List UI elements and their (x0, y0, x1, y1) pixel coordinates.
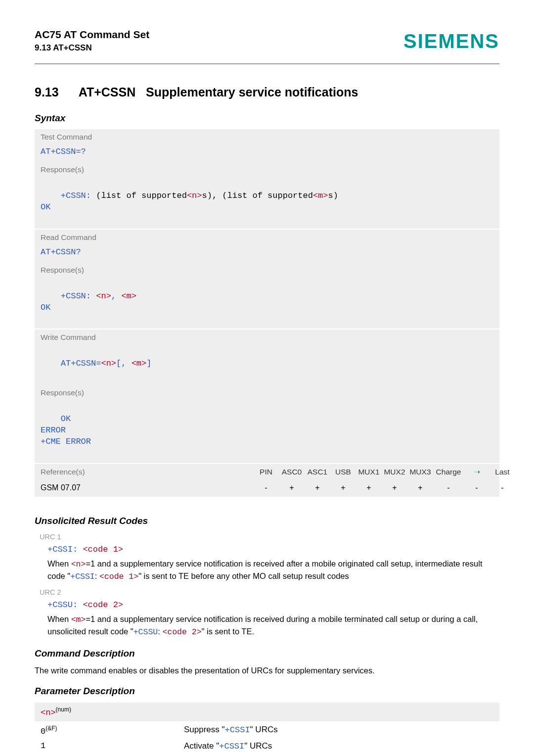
col-usb: USB (330, 467, 356, 477)
cmddesc-text: The write command enables or disables th… (35, 665, 499, 676)
param-n-0: 0(&F) (41, 724, 184, 738)
pn0: 0 (41, 727, 45, 736)
test-command: AT+CSSN=? (35, 144, 499, 162)
col-mux2: MUX2 (382, 467, 407, 477)
read-command-label: Read Command (35, 230, 499, 245)
read-command-box: Read Command AT+CSSN? Response(s) +CSSN:… (35, 230, 499, 329)
read-response: +CSSN: <n>, <m>OK (35, 278, 499, 329)
read-comma: , (111, 291, 121, 301)
pn0-sup: (&F) (45, 725, 57, 732)
col-mux3: MUX3 (407, 467, 433, 477)
col-last: Last (490, 467, 515, 477)
val-6: + (407, 482, 433, 493)
write-response-label: Response(s) (35, 385, 499, 400)
doc-subtitle: 9.13 AT+CSSN (35, 43, 149, 54)
urc1-param: <code 1> (83, 545, 123, 554)
read-m: <m> (121, 291, 136, 301)
reference-label: Reference(s) (41, 467, 253, 477)
urc1-cssi: +CSSI (70, 572, 95, 581)
resp-end: s) (328, 191, 338, 200)
val-1: + (279, 482, 305, 493)
write-m: <m> (132, 359, 147, 368)
urc1-t3: " is sent to TE before any other MO call… (138, 571, 349, 580)
col-asc1: ASC1 (305, 467, 330, 477)
param-n-box: <n>(num) (35, 703, 499, 722)
section-cmd: AT+CSSN (79, 85, 136, 99)
val-2: + (305, 482, 330, 493)
urc1-text: When <n>=1 and a supplementary service n… (47, 558, 499, 583)
val-7: - (433, 482, 464, 493)
write-pre: AT+CSSN= (61, 359, 101, 368)
pn0d3: " URCs (250, 725, 278, 734)
urc2-t2: =1 and a supplementary service notificat… (47, 614, 478, 636)
param-n-0-row: 0(&F) Suppress "+CSSI" URCs (41, 724, 499, 738)
resp-ok: OK (41, 202, 50, 212)
write-response: OKERROR+CME ERROR (35, 400, 499, 463)
col-arrow-icon: ➝ (464, 467, 490, 477)
brand-logo: SIEMENS (403, 28, 499, 54)
doc-title: AC75 AT Command Set (35, 28, 149, 42)
urc2-cssu: +CSSU (134, 627, 158, 637)
paramdesc-heading: Parameter Description (35, 685, 499, 698)
section-name: Supplementary service notifications (146, 85, 358, 99)
write-error: ERROR (41, 425, 66, 435)
write-command: AT+CSSN=<n>[, <m>] (35, 345, 499, 385)
write-ok: OK (61, 414, 71, 424)
urc1-n: <n> (71, 560, 86, 569)
urc1-t1: When (47, 559, 71, 568)
val-8: - (464, 482, 490, 493)
col-charge: Charge (433, 467, 464, 477)
param-n-1-desc: Activate "+CSSI" URCs (184, 741, 272, 753)
read-n: <n> (96, 291, 111, 301)
pn0d2: +CSSI (225, 725, 250, 735)
test-response: +CSSN: (list of supported<n>s), (list of… (35, 177, 499, 229)
urc1-code1: <code 1> (99, 572, 138, 581)
read-ok: OK (41, 303, 50, 312)
syntax-heading: Syntax (35, 112, 499, 125)
urc2-prefix: +CSSU: (47, 600, 83, 610)
urc2-text: When <m>=1 and a supplementary service n… (47, 614, 499, 638)
section-number: 9.13 (35, 84, 59, 101)
val-4: + (356, 482, 382, 493)
param-n-1: 1 (41, 741, 184, 753)
pn1d2: +CSSI (219, 742, 244, 751)
resp-n: <n> (187, 191, 202, 200)
write-command-box: Write Command AT+CSSN=<n>[, <m>] Respons… (35, 330, 499, 463)
urc1-prefix: +CSSI: (47, 545, 83, 554)
pn1d3: " URCs (244, 741, 272, 751)
urc1-colon: : (95, 571, 99, 580)
header-left: AC75 AT Command Set 9.13 AT+CSSN (35, 28, 149, 54)
param-n-0-desc: Suppress "+CSSI" URCs (184, 724, 278, 738)
pn0d1: Suppress " (184, 725, 225, 734)
resp-text1: (list of supported (96, 191, 187, 200)
write-end: ] (146, 359, 151, 368)
urc2-param: <code 2> (83, 600, 123, 610)
urc2-code: +CSSU: <code 2> (47, 600, 499, 611)
urc2-code2: <code 2> (162, 627, 201, 637)
urc2-t1: When (47, 614, 71, 623)
reference-header-row: Reference(s) PIN ASC0 ASC1 USB MUX1 MUX2… (35, 464, 499, 480)
page-header: AC75 AT Command Set 9.13 AT+CSSN SIEMENS (35, 28, 499, 54)
resp-m: <m> (313, 191, 328, 200)
test-command-label: Test Command (35, 129, 499, 144)
header-rule (35, 63, 499, 64)
val-5: + (382, 482, 407, 493)
read-response-label: Response(s) (35, 262, 499, 278)
col-mux1: MUX1 (356, 467, 382, 477)
resp-mid: s), (list of supported (202, 191, 312, 200)
param-n-sup: (num) (56, 706, 71, 713)
urc2-t3: " is sent to TE. (202, 627, 254, 636)
read-prefix: +CSSN: (61, 291, 96, 301)
urc1-code: +CSSI: <code 1> (47, 544, 499, 556)
reference-value-row: GSM 07.07 - + + + + + + - - - (35, 480, 499, 497)
urc-heading: Unsolicited Result Codes (35, 515, 499, 527)
col-pin: PIN (253, 467, 279, 477)
urc2-colon: : (158, 627, 162, 636)
test-response-label: Response(s) (35, 162, 499, 177)
resp-prefix: +CSSN: (61, 191, 96, 200)
section-title: 9.13 AT+CSSN Supplementary service notif… (35, 84, 499, 101)
write-mid: [, (116, 359, 132, 368)
param-n-label: <n> (41, 708, 56, 717)
val-0: - (253, 482, 279, 493)
val-9: - (490, 482, 515, 493)
